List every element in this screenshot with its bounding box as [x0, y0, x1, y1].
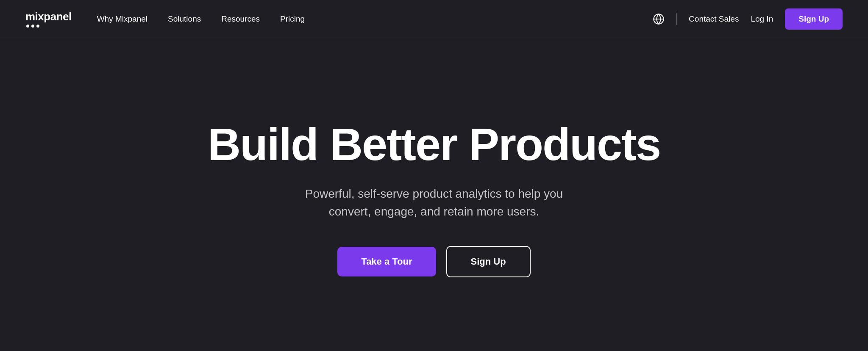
login-link[interactable]: Log In — [751, 14, 773, 24]
hero-title: Build Better Products — [208, 120, 660, 168]
nav-link-pricing[interactable]: Pricing — [280, 14, 305, 24]
take-tour-button[interactable]: Take a Tour — [337, 247, 436, 276]
globe-icon[interactable] — [653, 13, 665, 25]
navbar: mixpanel Why Mixpanel Solutions Resource… — [0, 0, 868, 38]
nav-divider — [676, 13, 677, 25]
hero-subtitle: Powerful, self-serve product analytics t… — [286, 185, 582, 221]
nav-link-why-mixpanel[interactable]: Why Mixpanel — [97, 14, 147, 24]
nav-signup-button[interactable]: Sign Up — [785, 8, 843, 30]
logo[interactable]: mixpanel — [25, 10, 72, 28]
nav-link-resources[interactable]: Resources — [221, 14, 260, 24]
hero-buttons: Take a Tour Sign Up — [337, 246, 530, 277]
logo-text: mixpanel — [25, 10, 72, 23]
logo-dot-3 — [36, 25, 39, 28]
nav-link-solutions[interactable]: Solutions — [168, 14, 201, 24]
hero-section: Build Better Products Powerful, self-ser… — [0, 38, 868, 351]
logo-dots — [25, 25, 39, 28]
contact-sales-link[interactable]: Contact Sales — [689, 14, 739, 24]
logo-dot-1 — [26, 25, 29, 28]
hero-signup-button[interactable]: Sign Up — [446, 246, 531, 277]
nav-right: Contact Sales Log In Sign Up — [653, 8, 843, 30]
nav-links: Why Mixpanel Solutions Resources Pricing — [97, 14, 653, 24]
logo-dot-2 — [31, 25, 34, 28]
